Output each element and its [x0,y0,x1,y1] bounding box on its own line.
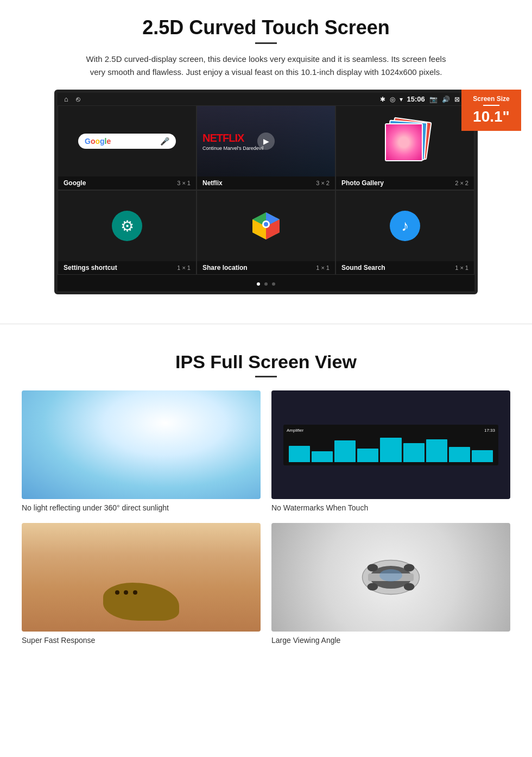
svg-point-10 [404,564,415,572]
screen-size-badge: Screen Size 10.1" [461,90,521,131]
google-thumbnail: Google 🎤 [58,106,196,176]
svg-point-13 [379,569,402,581]
google-search-bar[interactable]: Google 🎤 [78,134,176,149]
amp-screen: Amplifier 17:33 [283,425,498,465]
netflix-app-name: Netflix [202,179,223,187]
settings-icon: ⚙ [112,211,142,241]
svg-point-11 [368,583,378,591]
home-icon: ⌂ [64,95,68,103]
amp-bar-5 [380,438,401,462]
badge-size: 10.1" [466,108,517,125]
feature-img-amplifier: Amplifier 17:33 [271,390,510,499]
amplifier-image: Amplifier 17:33 [271,390,510,499]
settings-thumbnail: ⚙ [58,191,196,261]
location-icon: ◎ [390,96,395,103]
status-time: 15:06 [407,95,425,103]
spot-3 [133,590,137,595]
spot-1 [115,590,119,595]
sound-label-row: Sound Search 1 × 1 [336,261,474,274]
feature-img-sky [22,390,261,499]
section-ips: IPS Full Screen View No light reflecting… [0,340,532,661]
dot-3 [272,282,275,286]
amp-time: 17:33 [484,428,495,433]
maps-svg [251,211,281,241]
amp-bar-7 [426,439,447,462]
app-cell-location[interactable]: Share location 1 × 1 [197,190,335,275]
app-grid-row1: Google 🎤 Google 3 × 1 [58,105,474,190]
battery-icon: ⊠ [454,96,460,103]
gallery-app-size: 2 × 2 [455,180,468,186]
sound-thumbnail: ♪ [336,191,474,261]
netflix-thumbnail: NETFLIX Continue Marvel's Daredevil ▶ [197,106,335,176]
amp-bar-1 [289,446,310,462]
settings-app-name: Settings shortcut [64,264,117,272]
feature-item-sky: No light reflecting under 360° direct su… [22,390,261,512]
usb-icon: ⎋ [76,95,80,103]
app-cell-netflix[interactable]: NETFLIX Continue Marvel's Daredevil ▶ Ne… [197,105,335,190]
google-label-row: Google 3 × 1 [58,176,196,190]
netflix-label-row: Netflix 3 × 2 [197,176,335,190]
cheetah-image [22,523,261,632]
app-cell-gallery[interactable]: Photo Gallery 2 × 2 [335,105,474,190]
svg-point-12 [404,583,415,591]
sound-app-name: Sound Search [341,264,385,272]
section-curved-screen: 2.5D Curved Touch Screen With 2.5D curve… [0,0,532,307]
amp-title: Amplifier [287,428,303,433]
device-wrapper: Screen Size 10.1" ⌂ ⎋ ✱ ◎ ▾ 15:06 📷 🔊 ⊠ [54,90,478,294]
section1-description: With 2.5D curved-display screen, this de… [81,53,451,79]
spot-2 [124,590,128,595]
amp-bars [287,435,495,462]
amp-bar-2 [312,451,333,462]
status-left: ⌂ ⎋ [64,95,80,103]
feature-label-amplifier: No Watermarks When Touch [271,503,510,512]
feature-item-amplifier: Amplifier 17:33 [271,390,510,512]
device-screen: ⌂ ⎋ ✱ ◎ ▾ 15:06 📷 🔊 ⊠ □ [54,90,478,294]
app-cell-google[interactable]: Google 🎤 Google 3 × 1 [58,105,197,190]
settings-app-size: 1 × 1 [177,264,191,271]
amp-bar-8 [449,447,470,462]
gallery-app-name: Photo Gallery [341,179,384,187]
status-right: ✱ ◎ ▾ 15:06 📷 🔊 ⊠ □ [380,95,468,103]
netflix-app-size: 3 × 2 [316,180,330,186]
feature-label-car: Large Viewing Angle [271,636,510,645]
photo-layer-1 [385,123,423,161]
photo-stack [381,117,429,166]
car-image [271,523,510,632]
settings-label-row: Settings shortcut 1 × 1 [58,261,196,274]
title-underline [255,42,277,44]
camera-icon: 📷 [429,96,438,103]
location-app-size: 1 × 1 [316,264,330,271]
flower-image [386,124,422,160]
sound-icon: ♪ [390,211,420,241]
amp-bar-4 [357,449,378,462]
volume-icon: 🔊 [442,96,450,103]
feature-img-car [271,523,510,632]
gallery-thumbnail [336,106,474,176]
svg-point-9 [368,564,378,572]
play-button[interactable]: ▶ [257,133,275,150]
section1-title: 2.5D Curved Touch Screen [33,16,499,39]
feature-label-cheetah: Super Fast Response [22,636,261,645]
google-logo: Google [85,137,111,146]
app-cell-sound[interactable]: ♪ Sound Search 1 × 1 [335,190,474,275]
amp-bar-9 [472,450,493,462]
section2-title: IPS Full Screen View [22,351,510,373]
dot-2 [264,282,268,286]
cheetah-spots [114,588,138,598]
gallery-label-row: Photo Gallery 2 × 2 [336,176,474,190]
pagination-dots [58,275,474,291]
dot-1 [257,282,260,286]
app-grid-row2: ⚙ Settings shortcut 1 × 1 [58,190,474,275]
wifi-icon: ▾ [400,96,403,103]
amp-header: Amplifier 17:33 [287,428,495,433]
feature-label-sky: No light reflecting under 360° direct su… [22,503,261,512]
amp-bar-3 [334,440,356,462]
badge-divider [483,105,499,106]
section2-underline [255,376,277,377]
cheetah-body [103,583,179,621]
app-cell-settings[interactable]: ⚙ Settings shortcut 1 × 1 [58,190,197,275]
feature-item-car: Large Viewing Angle [271,523,510,645]
section-divider [0,324,532,324]
feature-grid: No light reflecting under 360° direct su… [22,390,510,645]
amp-bar-6 [403,443,425,462]
